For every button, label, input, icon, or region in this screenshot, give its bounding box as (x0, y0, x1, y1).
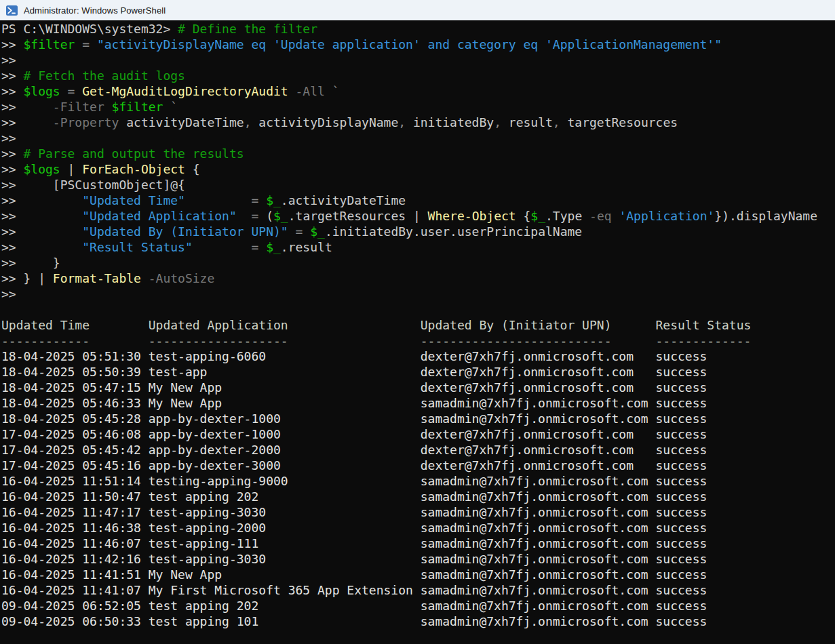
terminal-line: >> $logs = Get-MgAuditLogDirectoryAudit … (1, 83, 835, 99)
terminal-line: >> $logs | ForEach-Object { (1, 161, 835, 177)
terminal-line: 16-04-2025 11:51:14 testing-apping-9000 … (1, 473, 835, 489)
terminal-line: >> } | Format-Table -AutoSize (1, 270, 835, 286)
terminal-line: 16-04-2025 11:46:07 test-apping-111 sama… (1, 536, 835, 551)
terminal-line: >> -Property activityDateTime, activityD… (1, 115, 835, 130)
terminal-line: >> (1, 52, 835, 68)
terminal-line: >> } (1, 255, 835, 270)
terminal-line: >> "Result Status" = $_.result (1, 239, 835, 255)
terminal-line: 17-04-2025 05:45:42 app-by-dexter-2000 d… (1, 442, 835, 458)
terminal-line: 16-04-2025 11:50:47 test apping 202 sama… (1, 489, 835, 504)
terminal-line: 18-04-2025 05:51:30 test-apping-6060 dex… (1, 348, 835, 364)
terminal-line: >> # Parse and output the results (1, 146, 835, 161)
terminal-line: >> (1, 130, 835, 146)
terminal-line: >> (1, 286, 835, 302)
terminal-line: >> $filter = "activityDisplayName eq 'Up… (1, 37, 835, 52)
terminal-line: 18-04-2025 05:50:39 test-app dexter@7xh7… (1, 364, 835, 380)
powershell-icon[interactable] (6, 5, 18, 16)
terminal-line: Updated Time Updated Application Updated… (1, 317, 835, 333)
terminal-line: >> "Updated Application" = ($_.targetRes… (1, 208, 835, 224)
terminal-line: 17-04-2025 05:46:08 app-by-dexter-1000 d… (1, 426, 835, 442)
terminal-line: 17-04-2025 05:45:16 app-by-dexter-3000 d… (1, 458, 835, 473)
terminal-line: 16-04-2025 11:41:51 My New App samadmin@… (1, 567, 835, 582)
terminal-line: 16-04-2025 11:46:38 test-apping-2000 sam… (1, 520, 835, 536)
terminal-line: 16-04-2025 11:42:16 test-apping-3030 sam… (1, 551, 835, 567)
terminal-line: 16-04-2025 11:47:17 test-apping-3030 sam… (1, 504, 835, 520)
terminal-line (1, 302, 835, 317)
terminal-line: 18-04-2025 05:47:15 My New App dexter@7x… (1, 380, 835, 395)
terminal-line: >> "Updated By (Initiator UPN)" = $_.ini… (1, 224, 835, 239)
terminal-line: >> "Updated Time" = $_.activityDateTime (1, 193, 835, 208)
terminal-line: >> # Fetch the audit logs (1, 68, 835, 83)
terminal-line: 16-04-2025 11:41:07 My First Microsoft 3… (1, 582, 835, 598)
terminal-line: 18-04-2025 05:45:28 app-by-dexter-1000 s… (1, 411, 835, 426)
terminal-line: 18-04-2025 05:46:33 My New App samadmin@… (1, 395, 835, 411)
title-bar[interactable]: Administrator: Windows PowerShell (0, 0, 835, 20)
terminal-line: 09-04-2025 06:50:33 test apping 101 sama… (1, 613, 835, 629)
terminal-line: >> -Filter $filter ` (1, 99, 835, 115)
terminal-output[interactable]: PS C:\WINDOWS\system32> # Define the fil… (0, 20, 835, 644)
window-title: Administrator: Windows PowerShell (24, 5, 166, 16)
terminal-line: 09-04-2025 06:52:05 test apping 202 sama… (1, 598, 835, 613)
terminal-line: ------------ ------------------- -------… (1, 333, 835, 348)
terminal-line: PS C:\WINDOWS\system32> # Define the fil… (1, 21, 835, 37)
terminal-line: >> [PSCustomObject]@{ (1, 177, 835, 193)
